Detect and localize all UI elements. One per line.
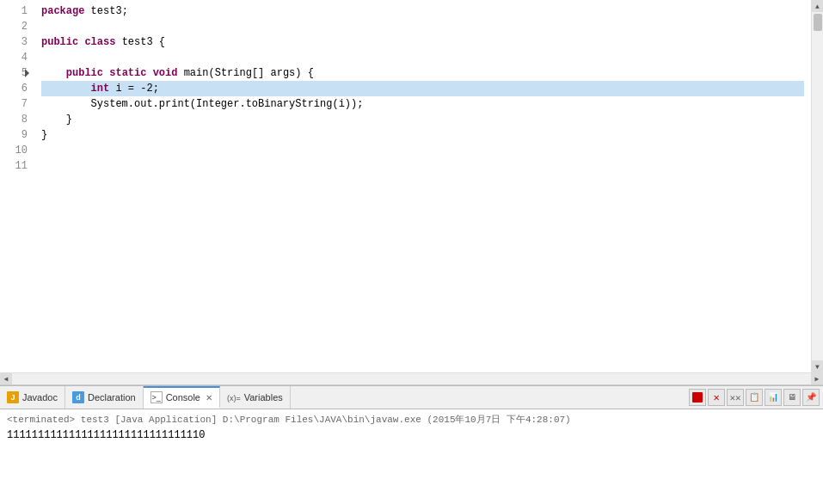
console-area: <terminated> test3 [Java Application] D:… <box>0 409 823 504</box>
line-number-5: 5 <box>0 65 28 81</box>
remove-terminated-button[interactable]: ✕✕ <box>727 389 744 406</box>
pin2-button[interactable]: 📌 <box>802 389 820 406</box>
code-line-7: System.out.print(Integer.toBinaryString(… <box>41 96 804 112</box>
console-icon: >_ <box>150 391 163 403</box>
code-line-11: ​ <box>41 158 804 174</box>
line-number-9: 9 <box>0 127 28 143</box>
tab-console[interactable]: >_Console✕ <box>144 386 220 409</box>
scroll-thumb[interactable] <box>814 14 822 31</box>
scroll-left-button[interactable]: ◀ <box>0 373 12 385</box>
line-number-8: 8 <box>0 112 28 127</box>
pin1-button[interactable]: 🖥 <box>783 389 801 406</box>
scroll-right-button[interactable]: ▶ <box>811 373 823 385</box>
scroll-track[interactable] <box>12 373 811 384</box>
stop-button[interactable] <box>689 389 706 406</box>
scroll-lock-button[interactable]: 📊 <box>765 389 782 406</box>
code-line-8: } <box>41 112 804 127</box>
terminate-button[interactable]: ✕ <box>708 389 725 406</box>
line-number-10: 10 <box>0 143 28 158</box>
scroll-up-button[interactable]: ▲ <box>812 0 824 12</box>
line-number-4: 4 <box>0 50 28 65</box>
tab-label-javadoc: Javadoc <box>22 392 58 403</box>
code-line-6: int i = -2; <box>41 81 804 96</box>
scroll-down-button[interactable]: ▼ <box>812 360 824 372</box>
console-output: 11111111111111111111111111111110 <box>7 429 816 441</box>
code-line-1: package test3; <box>41 3 804 19</box>
tab-label-declaration: Declaration <box>88 392 136 403</box>
line-number-1: 1 <box>0 3 28 19</box>
editor-area: 1234567891011 package test3;​public clas… <box>0 0 823 385</box>
code-line-5: public static void main(String[] args) { <box>41 65 804 81</box>
tab-variables[interactable]: (x)=Variables <box>220 386 291 409</box>
tab-javadoc[interactable]: JJavadoc <box>0 386 65 409</box>
line-number-7: 7 <box>0 96 28 112</box>
tab-label-variables: Variables <box>244 392 283 403</box>
code-line-10: ​ <box>41 143 804 158</box>
tab-label-console: Console <box>166 392 200 403</box>
tab-bar: JJavadocdDeclaration>_Console✕(x)=Variab… <box>0 385 823 409</box>
line-numbers: 1234567891011 <box>0 0 34 372</box>
code-line-3: public class test3 { <box>41 34 804 50</box>
line-number-6: 6 <box>0 81 28 96</box>
tab-close-console[interactable]: ✕ <box>206 393 212 403</box>
javadoc-icon: J <box>7 391 19 403</box>
code-content[interactable]: package test3;​public class test3 {​ pub… <box>34 0 811 372</box>
line-number-2: 2 <box>0 19 28 34</box>
code-line-9: } <box>41 127 804 143</box>
scrollbar-bottom[interactable]: ◀ ▶ <box>0 372 823 384</box>
clear-console-button[interactable]: 📋 <box>746 389 763 406</box>
console-terminated: <terminated> test3 [Java Application] D:… <box>7 413 816 426</box>
tab-toolbar: ✕✕✕📋📊🖥📌 <box>685 386 823 409</box>
line-number-3: 3 <box>0 34 28 50</box>
code-line-4: ​ <box>41 50 804 65</box>
tab-declaration[interactable]: dDeclaration <box>65 386 144 409</box>
line-number-11: 11 <box>0 158 28 174</box>
declaration-icon: d <box>72 391 84 403</box>
variables-icon: (x)= <box>227 392 241 403</box>
code-line-2: ​ <box>41 19 804 34</box>
scrollbar-right[interactable]: ▲ ▼ <box>811 0 823 372</box>
